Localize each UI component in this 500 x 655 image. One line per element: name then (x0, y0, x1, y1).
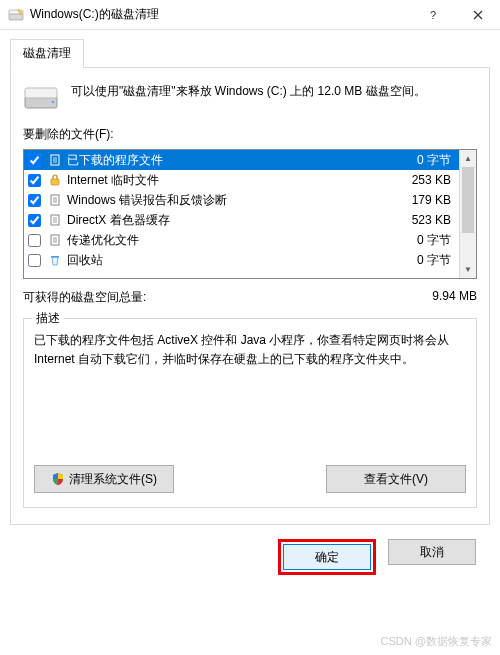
cancel-button[interactable]: 取消 (388, 539, 476, 565)
file-row[interactable]: Internet 临时文件253 KB (24, 170, 459, 190)
view-files-button[interactable]: 查看文件(V) (326, 465, 466, 493)
file-size: 0 字节 (385, 252, 455, 269)
file-checkbox[interactable] (28, 254, 41, 267)
file-checkbox[interactable] (28, 174, 41, 187)
close-button[interactable] (455, 0, 500, 30)
recycle-icon (47, 252, 63, 268)
lock-icon (47, 172, 63, 188)
file-checkbox[interactable] (28, 214, 41, 227)
help-button[interactable]: ? (410, 0, 455, 30)
file-size: 179 KB (385, 193, 455, 207)
file-name: DirectX 着色器缓存 (67, 212, 385, 229)
view-files-label: 查看文件(V) (364, 471, 428, 488)
file-checkbox[interactable] (28, 194, 41, 207)
scroll-up-icon[interactable]: ▲ (460, 150, 476, 167)
intro-row: 可以使用"磁盘清理"来释放 Windows (C:) 上的 12.0 MB 磁盘… (23, 82, 477, 112)
file-size: 253 KB (385, 173, 455, 187)
description-group: 描述 已下载的程序文件包括 ActiveX 控件和 Java 小程序，你查看特定… (23, 318, 477, 508)
file-icon (47, 232, 63, 248)
svg-rect-11 (51, 256, 59, 258)
file-row[interactable]: 传递优化文件0 字节 (24, 230, 459, 250)
scroll-thumb[interactable] (462, 167, 474, 233)
file-size: 0 字节 (385, 152, 455, 169)
clean-system-files-button[interactable]: 清理系统文件(S) (34, 465, 174, 493)
ok-label: 确定 (315, 549, 339, 566)
description-buttons: 清理系统文件(S) 查看文件(V) (34, 465, 466, 493)
file-row[interactable]: Windows 错误报告和反馈诊断179 KB (24, 190, 459, 210)
clean-system-label: 清理系统文件(S) (69, 471, 157, 488)
window-title: Windows(C:)的磁盘清理 (30, 6, 410, 23)
drive-icon (23, 84, 59, 112)
shield-icon (51, 472, 65, 486)
cancel-label: 取消 (420, 544, 444, 561)
tab-content: 可以使用"磁盘清理"来释放 Windows (C:) 上的 12.0 MB 磁盘… (10, 68, 490, 525)
ok-button[interactable]: 确定 (283, 544, 371, 570)
svg-point-5 (52, 101, 54, 103)
file-name: Windows 错误报告和反馈诊断 (67, 192, 385, 209)
file-name: 传递优化文件 (67, 232, 385, 249)
svg-rect-4 (25, 88, 57, 98)
file-icon (47, 152, 63, 168)
file-row[interactable]: 回收站0 字节 (24, 250, 459, 270)
titlebar: Windows(C:)的磁盘清理 ? (0, 0, 500, 30)
tab-strip: 磁盘清理 (10, 38, 490, 68)
file-size: 0 字节 (385, 232, 455, 249)
description-text: 已下载的程序文件包括 ActiveX 控件和 Java 小程序，你查看特定网页时… (34, 331, 466, 421)
file-icon (47, 192, 63, 208)
file-name: 已下载的程序文件 (67, 152, 385, 169)
files-to-delete-label: 要删除的文件(F): (23, 126, 477, 143)
scroll-down-icon[interactable]: ▼ (460, 261, 476, 278)
file-size: 523 KB (385, 213, 455, 227)
intro-text: 可以使用"磁盘清理"来释放 Windows (C:) 上的 12.0 MB 磁盘… (71, 82, 426, 100)
file-checkbox[interactable] (28, 234, 41, 247)
description-legend: 描述 (32, 310, 64, 327)
file-row[interactable]: 已下载的程序文件0 字节 (24, 150, 459, 170)
watermark: CSDN @数据恢复专家 (381, 634, 492, 649)
svg-rect-7 (51, 179, 59, 185)
file-name: Internet 临时文件 (67, 172, 385, 189)
file-checkbox[interactable] (28, 154, 41, 167)
file-list: 已下载的程序文件0 字节Internet 临时文件253 KBWindows 错… (23, 149, 477, 279)
file-name: 回收站 (67, 252, 385, 269)
file-icon (47, 212, 63, 228)
scrollbar[interactable]: ▲ ▼ (459, 150, 476, 278)
total-value: 9.94 MB (432, 289, 477, 306)
disk-cleanup-icon (8, 7, 24, 23)
tab-disk-cleanup[interactable]: 磁盘清理 (10, 39, 84, 68)
total-label: 可获得的磁盘空间总量: (23, 289, 146, 306)
dialog-footer: 确定 取消 (10, 525, 490, 575)
file-row[interactable]: DirectX 着色器缓存523 KB (24, 210, 459, 230)
client-area: 磁盘清理 可以使用"磁盘清理"来释放 Windows (C:) 上的 12.0 … (0, 30, 500, 585)
svg-text:?: ? (429, 10, 435, 20)
ok-highlight: 确定 (278, 539, 376, 575)
total-row: 可获得的磁盘空间总量: 9.94 MB (23, 289, 477, 306)
